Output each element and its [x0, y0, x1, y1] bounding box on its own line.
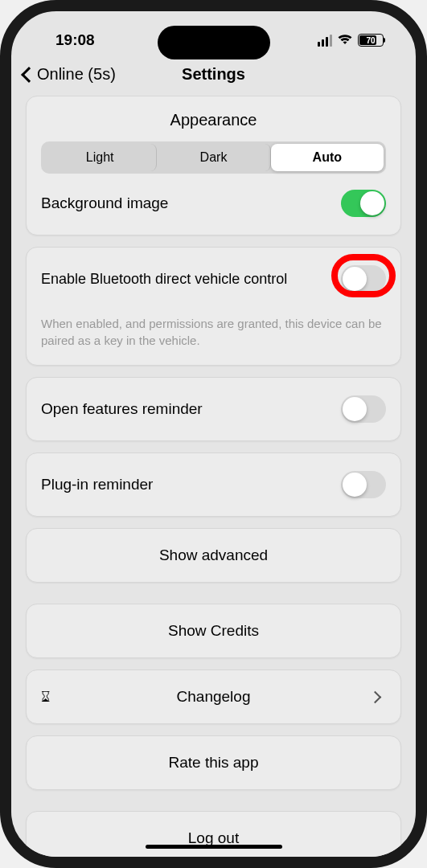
bluetooth-hint: When enabled, and permissions are grante… [41, 315, 386, 349]
open-features-section: Open features reminder [26, 377, 401, 441]
dynamic-island [158, 26, 270, 59]
bluetooth-label: Enable Bluetooth direct vehicle control [41, 271, 287, 288]
back-label: Online (5s) [37, 65, 116, 84]
bluetooth-toggle[interactable] [341, 265, 386, 293]
chevron-left-icon [21, 67, 37, 83]
open-features-toggle[interactable] [341, 395, 386, 423]
back-button[interactable]: Online (5s) [23, 65, 116, 84]
appearance-option-dark[interactable]: Dark [157, 144, 270, 171]
appearance-title: Appearance [41, 111, 386, 129]
appearance-option-auto[interactable]: Auto [271, 144, 384, 171]
nav-bar: Online (5s) Settings [11, 57, 416, 96]
open-features-label: Open features reminder [41, 400, 203, 418]
appearance-segmented-control[interactable]: Light Dark Auto [41, 141, 386, 174]
background-image-label: Background image [41, 194, 168, 212]
show-advanced-button[interactable]: Show advanced [26, 528, 401, 583]
hourglass-icon: ⌛︎ [41, 689, 50, 706]
plugin-reminder-toggle[interactable] [341, 471, 386, 498]
plugin-reminder-label: Plug-in reminder [41, 476, 153, 493]
bluetooth-section: Enable Bluetooth direct vehicle control … [26, 247, 401, 366]
battery-icon: 70 [358, 34, 384, 47]
settings-content: Appearance Light Dark Auto Background im… [11, 96, 416, 868]
status-time: 19:08 [55, 31, 95, 49]
wifi-icon [337, 35, 353, 46]
appearance-section: Appearance Light Dark Auto Background im… [26, 96, 401, 235]
page-title: Settings [182, 65, 245, 84]
background-image-toggle[interactable] [341, 190, 386, 217]
home-indicator[interactable] [146, 845, 282, 849]
appearance-option-light[interactable]: Light [43, 144, 157, 171]
phone-frame: 19:08 70 Online (5s) Settings Appearance… [0, 0, 427, 868]
changelog-button[interactable]: ⌛︎ Changelog [26, 669, 401, 724]
chevron-right-icon [369, 690, 382, 703]
rate-app-button[interactable]: Rate this app [26, 735, 401, 790]
cellular-icon [318, 35, 332, 47]
logout-button[interactable]: Log out [26, 811, 401, 866]
plugin-reminder-section: Plug-in reminder [26, 452, 401, 517]
show-credits-button[interactable]: Show Credits [26, 604, 401, 658]
